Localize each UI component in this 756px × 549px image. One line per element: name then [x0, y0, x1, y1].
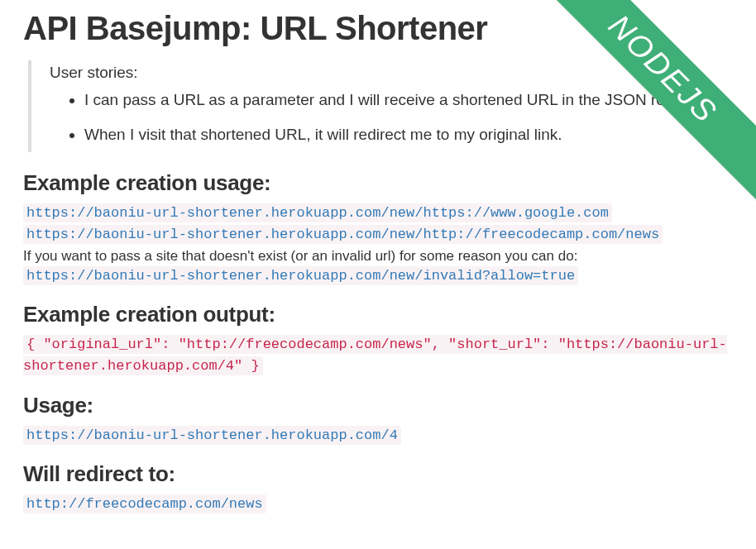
example-creation-output-heading: Example creation output: — [23, 302, 733, 327]
usage-url[interactable]: https://baoniu-url-shortener.herokuapp.c… — [23, 426, 401, 445]
example-url-2[interactable]: https://baoniu-url-shortener.herokuapp.c… — [23, 225, 663, 244]
user-stories-block: User stories: I can pass a URL as a para… — [28, 60, 733, 152]
example-url-1[interactable]: https://baoniu-url-shortener.herokuapp.c… — [23, 203, 612, 222]
invalid-url-note: If you want to pass a site that doesn't … — [23, 248, 733, 265]
list-item: I can pass a URL as a parameter and I wi… — [84, 88, 733, 112]
example-url-3[interactable]: https://baoniu-url-shortener.herokuapp.c… — [23, 266, 578, 285]
redirect-heading: Will redirect to: — [23, 461, 733, 487]
example-output-code: { "original_url": "http://freecodecamp.c… — [23, 335, 727, 375]
list-item: When I visit that shortened URL, it will… — [84, 123, 733, 146]
example-creation-usage-heading: Example creation usage: — [23, 170, 733, 196]
user-stories-list: I can pass a URL as a parameter and I wi… — [50, 88, 733, 146]
redirect-url[interactable]: http://freecodecamp.com/news — [23, 494, 266, 513]
usage-heading: Usage: — [23, 393, 733, 418]
